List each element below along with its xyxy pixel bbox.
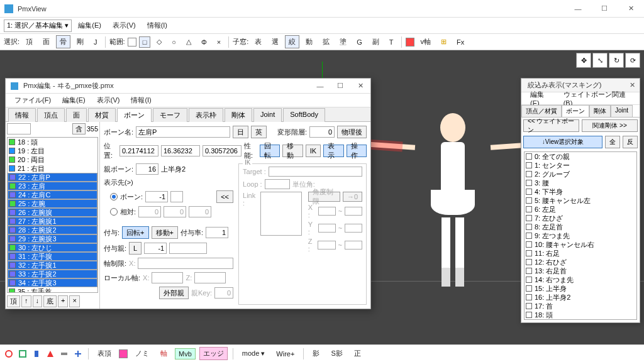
bb-icon-1[interactable] (4, 349, 14, 359)
menu-view[interactable]: 表示(V) (108, 19, 141, 32)
mask-item[interactable]: 13: 右足首 (525, 266, 636, 275)
bone-item[interactable]: 27 : 左腕捩1 (8, 217, 97, 226)
tab-ボーン[interactable]: ボーン (117, 108, 152, 122)
menu-info[interactable]: 情報(I) (142, 19, 172, 32)
bb-vertex[interactable]: 表頂 (94, 347, 115, 360)
mask-item[interactable]: 0: 全ての親 (525, 152, 636, 161)
mask-item[interactable]: 4: 下半身 (525, 187, 636, 196)
bone-name-input[interactable] (136, 126, 230, 138)
bone-item[interactable]: 33 : 左手捩2 (8, 270, 97, 278)
mask-item[interactable]: 12: 右ひざ (525, 258, 636, 266)
physics-after-button[interactable]: 物理後 (337, 126, 367, 138)
mask-list[interactable]: 0: 全ての親1: センター2: グルーブ3: 腰4: 下半身5: 腰キャンセル… (524, 151, 637, 320)
cw-7[interactable]: 副 (369, 35, 383, 48)
bb-mvb[interactable]: Mvb (175, 348, 196, 359)
target-bone-radio[interactable] (110, 193, 118, 200)
inv-button[interactable]: 反 (623, 136, 638, 148)
menu-edit[interactable]: 編集(E) (73, 19, 106, 32)
cw-5[interactable]: 塗 (336, 35, 350, 48)
bonelist-×[interactable]: × (69, 295, 79, 307)
mask-item[interactable]: 17: 首 (525, 302, 636, 310)
sub-close[interactable]: ✕ (350, 79, 370, 94)
gizmo-pan-icon[interactable]: ⤡ (592, 53, 608, 68)
bone-item[interactable]: 35 : 左手首 (8, 287, 97, 293)
gizmo-orbit-icon[interactable]: ⟳ (625, 53, 640, 68)
bb-icon-5[interactable] (59, 349, 69, 359)
cw-2[interactable]: 絞 (285, 35, 299, 48)
bone-item[interactable]: 18 : 頭 (8, 138, 97, 146)
tab-材質[interactable]: 材質 (88, 108, 116, 122)
deform-input[interactable] (309, 126, 335, 138)
perf-ik[interactable]: IK (306, 145, 321, 157)
lang-en-button[interactable]: 英 (251, 126, 267, 138)
bonelist-頂[interactable]: 頂 (7, 295, 20, 307)
mask-item[interactable]: 6: 左足 (525, 205, 636, 214)
bb-ortho[interactable]: 正 (350, 347, 365, 360)
grant-rate-input[interactable] (206, 227, 228, 238)
bb-axis[interactable]: 軸 (157, 347, 171, 360)
bb-shadow[interactable]: 影 (309, 347, 323, 360)
mask-item[interactable]: 8: 左足首 (525, 222, 636, 231)
tab-剛体[interactable]: 剛体 (225, 108, 252, 122)
tab-Joint[interactable]: Joint (253, 108, 282, 122)
bb-nomi[interactable]: ノミ (131, 347, 153, 360)
bone-item[interactable]: 25 : 左腕 (8, 199, 97, 208)
cw-4[interactable]: 拡 (319, 35, 333, 48)
bone-item[interactable]: 28 : 左腕捩2 (8, 226, 97, 234)
perf-op[interactable]: 操作 (347, 145, 367, 157)
cw-3[interactable]: 動 (302, 35, 316, 48)
mask-item[interactable]: 9: 左つま先 (525, 231, 636, 240)
mask-item[interactable]: 14: 右つま先 (525, 275, 636, 284)
sub-menu-file[interactable]: ファイル(F) (9, 94, 56, 107)
grant-rot[interactable]: 回転+ (122, 226, 148, 239)
perf-move[interactable]: 移動 (282, 145, 303, 157)
grant-mov[interactable]: 移動+ (152, 226, 178, 239)
ext-parent-button[interactable]: 外部親 (159, 287, 189, 299)
target-expand[interactable]: << (216, 190, 233, 203)
bb-icon-6[interactable] (73, 349, 83, 359)
bone-item[interactable]: 30 : 左ひじ (8, 243, 97, 252)
gizmo-move-icon[interactable]: ✥ (576, 53, 591, 68)
pos-z-input[interactable] (203, 145, 242, 156)
sel-vertex[interactable]: 頂 (22, 35, 36, 48)
sel-joint[interactable]: J (90, 36, 101, 48)
axis-color[interactable] (406, 38, 414, 47)
range-tri-icon[interactable]: △ (182, 36, 195, 48)
rtab-2[interactable]: 剛体 (589, 105, 611, 117)
range-phi-icon[interactable]: Φ (197, 36, 211, 48)
bb-icon-4[interactable] (45, 349, 55, 359)
tab-SoftBody[interactable]: SoftBody (283, 108, 325, 122)
target-bone-input[interactable] (145, 191, 168, 202)
bone-item[interactable]: 20 : 両目 (8, 155, 97, 164)
rel-rigid-button[interactable]: 関連剛体 >> (582, 119, 638, 132)
rtab-0[interactable]: 頂点／材質 (521, 105, 562, 117)
perf-show[interactable]: 表示 (323, 145, 343, 157)
bone-item[interactable]: 31 : 左手捩 (8, 252, 97, 261)
cw-1[interactable]: 選 (268, 35, 282, 48)
character-model[interactable] (402, 113, 503, 314)
tab-モーフ[interactable]: モーフ (153, 108, 187, 122)
bb-color[interactable] (119, 349, 128, 358)
grant-l[interactable]: L (129, 242, 142, 255)
bone-list[interactable]: 18 : 頭19 : 左目20 : 両目21 : 右目22 : 左肩P23 : … (7, 137, 98, 293)
sub-minimize[interactable]: — (310, 79, 330, 94)
sub-menu-view[interactable]: 表示(V) (92, 94, 125, 107)
sel-face[interactable]: 面 (39, 35, 53, 48)
sel-bone[interactable]: 骨 (56, 35, 70, 48)
fx-button[interactable]: Fx (453, 36, 468, 48)
pos-x-input[interactable] (119, 145, 158, 156)
mask-item[interactable]: 7: 左ひざ (525, 214, 636, 222)
target-rel-radio[interactable] (110, 208, 118, 216)
tab-表示枠[interactable]: 表示枠 (189, 108, 223, 122)
cw-6[interactable]: G (353, 36, 366, 48)
tab-情報[interactable]: 情報 (8, 108, 36, 122)
bb-sshadow[interactable]: S影 (327, 347, 346, 360)
contain-button[interactable]: 含 (72, 123, 86, 134)
bb-icon-2[interactable] (18, 349, 28, 359)
bonelist-+[interactable]: + (58, 295, 68, 307)
bonelist-底[interactable]: 底 (43, 295, 57, 307)
bone-item[interactable]: 23 : 左肩 (8, 182, 97, 190)
bone-item[interactable]: 22 : 左肩P (8, 173, 97, 182)
bone-item[interactable]: 34 : 左手捩3 (8, 278, 97, 287)
bb-mode[interactable]: mode ▾ (238, 348, 269, 359)
